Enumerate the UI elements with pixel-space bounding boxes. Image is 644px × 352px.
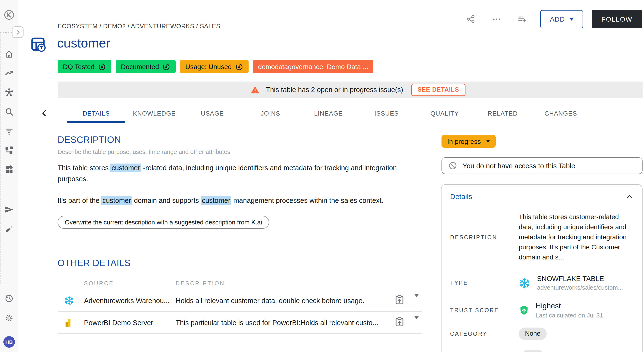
badge-documented[interactable]: DocumentedA (116, 60, 176, 73)
table-header-row: SOURCE DESCRIPTION (58, 277, 422, 290)
propagate-description-button[interactable] (394, 316, 405, 329)
table-row: Adventureworks Warehou...Holds all relev… (58, 290, 422, 312)
avatar[interactable]: HB (3, 336, 15, 348)
magic-wand-icon (4, 224, 14, 234)
trending-icon (4, 69, 14, 78)
field-value: HighestLast calculated on Jul 31 (519, 302, 634, 319)
tab-quality[interactable]: QUALITY (416, 104, 474, 123)
sidebar-item-schema[interactable] (4, 145, 14, 155)
badge-label: demodatagovernance: Demo Data ... (258, 63, 368, 70)
playlist-add-button[interactable] (517, 14, 527, 24)
filter-icon (4, 126, 14, 136)
sidebar-item-send[interactable] (4, 205, 14, 214)
description-paragraph: This table stores customer -related data… (58, 163, 403, 184)
breadcrumb[interactable]: ECOSYSTEM / DEMO2 / ADVENTUREWORKS / SAL… (58, 22, 220, 30)
other-details-table: SOURCE DESCRIPTION Adventureworks Wareho… (58, 277, 422, 334)
tab-joins[interactable]: JOINS (242, 104, 300, 123)
sidebar-item-ecosystem[interactable] (4, 88, 14, 97)
chevron-right-icon (15, 29, 21, 35)
field-value: SNOWFLAKE TABLEadventureworks/sales/cust… (519, 275, 634, 291)
badge-dq-tested[interactable]: DQ TestedA (58, 60, 111, 73)
propagate-description-button[interactable] (394, 294, 405, 307)
description-cell[interactable]: Holds all relevant customer data, double… (176, 297, 394, 304)
auto-icon: A (162, 63, 170, 71)
column-header-description: DESCRIPTION (176, 281, 225, 286)
sidebar-item-widgets[interactable] (4, 164, 14, 174)
description-subtitle: Describe the table purpose, uses, time r… (58, 149, 230, 155)
badge-usage-unused[interactable]: Usage: UnusedA (180, 60, 248, 73)
divider (0, 32, 12, 33)
tab-knowledge[interactable]: KNOWLEDGE (125, 104, 183, 123)
add-button-label: ADD (550, 15, 565, 23)
sidebar-item-trending[interactable] (4, 69, 14, 78)
text-segment: This table stores (58, 164, 110, 172)
highlighted-term: customer (102, 196, 132, 205)
sidebar-nav (4, 49, 14, 174)
details-card-title[interactable]: Details (450, 192, 472, 200)
follow-button[interactable]: FOLLOW (592, 10, 642, 28)
clipboard-up-icon (394, 316, 405, 327)
badge-label: Usage: Unused (186, 63, 232, 70)
sidebar-item-filter[interactable] (4, 126, 14, 136)
divider (0, 32, 1, 284)
share-icon (466, 14, 476, 24)
more-button[interactable] (492, 14, 502, 24)
description-body[interactable]: This table stores customer -related data… (58, 163, 403, 217)
suggest-description-button[interactable]: Overwrite the current description with a… (58, 216, 269, 229)
see-details-button[interactable]: SEE DETAILS (411, 84, 465, 96)
field-value-subtitle: Last calculated on Jul 31 (536, 312, 603, 319)
auto-icon: A (235, 63, 243, 71)
tab-bar: DETAILSKNOWLEDGEUSAGEJOINSLINEAGEISSUESQ… (67, 104, 590, 123)
tab-issues[interactable]: ISSUES (358, 104, 416, 123)
widgets-icon (4, 164, 14, 174)
sidebar-expand-button[interactable] (12, 26, 24, 38)
text-segment: management processes within the sales co… (231, 197, 384, 204)
tab-changes[interactable]: CHANGES (532, 104, 590, 123)
issue-banner-text: This table has 2 open or in progress iss… (266, 86, 403, 93)
tab-details[interactable]: DETAILS (67, 104, 125, 123)
description-paragraph: It's part of the customer domain and sup… (58, 195, 403, 206)
field-label: TRUST SCORE (450, 307, 519, 313)
svg-text:T: T (40, 45, 43, 50)
app-root: HB ECOSYSTEM / DEMO2 / ADVENTUREWORKS / … (0, 0, 644, 352)
more-icon (492, 14, 502, 24)
add-button[interactable]: ADD (540, 10, 583, 28)
access-notice: You do not have access to this Table (442, 157, 642, 174)
k-logo-icon[interactable] (4, 9, 14, 20)
chevron-up-icon[interactable] (626, 193, 634, 200)
sidebar-item-settings[interactable] (4, 313, 14, 323)
history-icon (4, 294, 14, 303)
sidebar-item-home[interactable] (4, 49, 14, 59)
sidebar-tools (4, 205, 14, 234)
text-segment: purposes. (58, 175, 88, 182)
expand-row-button[interactable] (414, 319, 419, 326)
table-entity-icon: T (31, 37, 46, 52)
share-button[interactable] (466, 14, 476, 24)
expand-row-button[interactable] (414, 297, 419, 304)
tab-related[interactable]: RELATED (474, 104, 532, 123)
badge-label: DQ Tested (63, 63, 94, 70)
snowflake-icon (519, 277, 531, 289)
clipboard-up-icon (394, 294, 405, 305)
tabs-scroll-left-button[interactable] (40, 109, 48, 117)
tab-usage[interactable]: USAGE (183, 104, 242, 123)
status-dropdown[interactable]: In progress (442, 135, 496, 148)
status-label: In progress (447, 137, 481, 145)
sidebar-item-history[interactable] (4, 294, 14, 303)
details-card: Details DESCRIPTIONThis table stores cus… (441, 184, 642, 352)
divider (1, 284, 17, 284)
sidebar-item-search[interactable] (4, 107, 14, 116)
search-icon (4, 107, 14, 116)
svg-text:A: A (165, 65, 168, 69)
badge-demodatagovernance-demo-data[interactable]: demodatagovernance: Demo Data ... (253, 60, 374, 73)
sidebar: HB (0, 0, 18, 352)
field-type: TYPESNOWFLAKE TABLEadventureworks/sales/… (450, 275, 634, 291)
tab-lineage[interactable]: LINEAGE (300, 104, 358, 123)
home-icon (4, 49, 14, 59)
table-row: PowerBI Demo ServerThis particular table… (58, 312, 422, 334)
highlighted-term: customer (110, 164, 141, 172)
field-value-pill[interactable]: None (519, 328, 547, 340)
sidebar-item-magic-wand[interactable] (4, 224, 14, 234)
description-cell[interactable]: This particular table is used for PowerB… (176, 319, 394, 326)
snowflake-icon (64, 295, 74, 306)
